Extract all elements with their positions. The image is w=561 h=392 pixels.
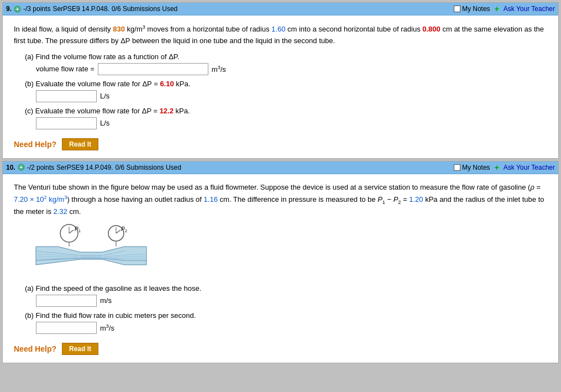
sub-question-10b: (b) Find the fluid flow rate in cubic me… (25, 311, 547, 334)
sub-question-10a: (a) Find the speed of the gasoline as it… (25, 284, 547, 307)
problem-text-10: The Venturi tube shown in the figure bel… (14, 182, 547, 218)
my-notes-label-10: My Notes (462, 164, 490, 171)
question-10: 10. + -/2 points SerPSE9 14.P.049. 0/6 S… (2, 161, 559, 363)
ask-teacher-plus-9: + (495, 4, 499, 13)
my-notes-area-10: My Notes (454, 164, 490, 171)
ask-teacher-link-10[interactable]: Ask Your Teacher (504, 164, 555, 171)
unit-10b: m3/s (100, 323, 114, 332)
unit-10a: m/s (100, 296, 112, 305)
venturi-diagram: P 1 P 2 (30, 223, 152, 279)
venturi-svg: P 1 P 2 (30, 223, 152, 279)
need-help-10: Need Help? Read It (14, 343, 547, 355)
expand-icon-10[interactable]: + (18, 164, 25, 171)
need-help-label-10: Need Help? (14, 344, 56, 353)
delta-p-9c: 12.2 (160, 107, 174, 115)
svg-text:P: P (121, 226, 125, 232)
sub-question-9a: (a) Find the volume flow rate as a funct… (25, 53, 547, 75)
sub-question-10b-label: (b) Find the fluid flow rate in cubic me… (25, 311, 547, 320)
notes-checkbox-9[interactable] (454, 6, 460, 12)
need-help-9: Need Help? Read It (14, 138, 547, 150)
answer-input-9a[interactable] (98, 63, 208, 75)
unit-9c: L/s (100, 119, 109, 127)
unit-9b: L/s (100, 92, 109, 100)
radius1-value: 1.60 (271, 25, 285, 33)
answer-input-9b[interactable] (36, 90, 97, 102)
read-it-button-9[interactable]: Read It (62, 138, 98, 150)
answer-input-10b[interactable] (36, 322, 97, 334)
header-left-9: 9. + -/3 points SerPSE9 14.P.048. 0/6 Su… (6, 5, 177, 13)
header-right-10: My Notes + Ask Your Teacher (454, 163, 555, 172)
input-line-10b: m3/s (36, 322, 547, 334)
sub-question-9b-label: (b) Evaluate the volume flow rate for ΔP… (25, 80, 547, 88)
problem-id-10: SerPSE9 14.P.049. (56, 164, 113, 171)
question-10-header: 10. + -/2 points SerPSE9 14.P.049. 0/6 S… (3, 161, 558, 174)
input-line-9a: volume flow rate = m3/s (36, 63, 547, 75)
question-9-header: 9. + -/3 points SerPSE9 14.P.048. 0/6 Su… (3, 3, 558, 15)
sub-question-9b: (b) Evaluate the volume flow rate for ΔP… (25, 80, 547, 102)
svg-text:2: 2 (125, 229, 127, 233)
question-9-body: In ideal flow, a liquid of density 830 k… (3, 15, 558, 158)
outlet-radius-10: 1.16 (204, 195, 218, 203)
notes-checkbox-10[interactable] (454, 164, 460, 171)
read-it-button-10[interactable]: Read It (62, 343, 98, 355)
expand-icon-9[interactable]: + (14, 6, 21, 13)
submissions-9: 0/6 Submissions Used (112, 5, 177, 13)
my-notes-area-9: My Notes (454, 5, 490, 13)
pressure-diff-10: 1.20 (409, 195, 423, 203)
points-text-10: -/2 points (27, 164, 54, 171)
radius2-value: 0.800 (422, 25, 441, 33)
ask-teacher-link-9[interactable]: Ask Your Teacher (504, 5, 555, 13)
inlet-radius-10: 2.32 (54, 207, 67, 216)
header-right-9: My Notes + Ask Your Teacher (454, 4, 555, 13)
density-value: 830 (113, 25, 125, 33)
density-10: 7.20 × 102 kg/m3 (14, 195, 67, 203)
volume-flow-label-9a: volume flow rate = (36, 65, 95, 73)
problem-text-9: In ideal flow, a liquid of density 830 k… (14, 23, 547, 47)
sub-question-10a-label: (a) Find the speed of the gasoline as it… (25, 284, 547, 292)
submissions-10: 0/6 Submissions Used (116, 164, 181, 171)
sub-question-9c: (c) Evaluate the volume flow rate for ΔP… (25, 107, 547, 129)
input-line-10a: m/s (36, 295, 547, 307)
svg-text:P: P (75, 226, 78, 232)
delta-p-9b: 6.10 (160, 80, 174, 88)
problem-id-9: SerPSE9 14.P.048. (53, 5, 109, 13)
ask-teacher-plus-10: + (495, 163, 499, 172)
input-line-9b: L/s (36, 90, 547, 102)
question-9-number: 9. (6, 5, 12, 13)
need-help-label-9: Need Help? (14, 140, 56, 149)
input-line-9c: L/s (36, 117, 547, 129)
points-text-9: -/3 points (23, 5, 50, 13)
question-10-body: The Venturi tube shown in the figure bel… (3, 174, 558, 363)
header-left-10: 10. + -/2 points SerPSE9 14.P.049. 0/6 S… (6, 164, 181, 171)
my-notes-label-9: My Notes (462, 5, 490, 13)
answer-input-10a[interactable] (36, 295, 97, 307)
svg-text:1: 1 (78, 229, 81, 233)
sub-question-9c-label: (c) Evaluate the volume flow rate for ΔP… (25, 107, 547, 115)
unit-9a: m3/s (212, 65, 226, 74)
sub-question-9a-label: (a) Find the volume flow rate as a funct… (25, 53, 547, 61)
question-9: 9. + -/3 points SerPSE9 14.P.048. 0/6 Su… (2, 2, 559, 159)
answer-input-9c[interactable] (36, 117, 97, 129)
question-10-number: 10. (6, 164, 15, 171)
